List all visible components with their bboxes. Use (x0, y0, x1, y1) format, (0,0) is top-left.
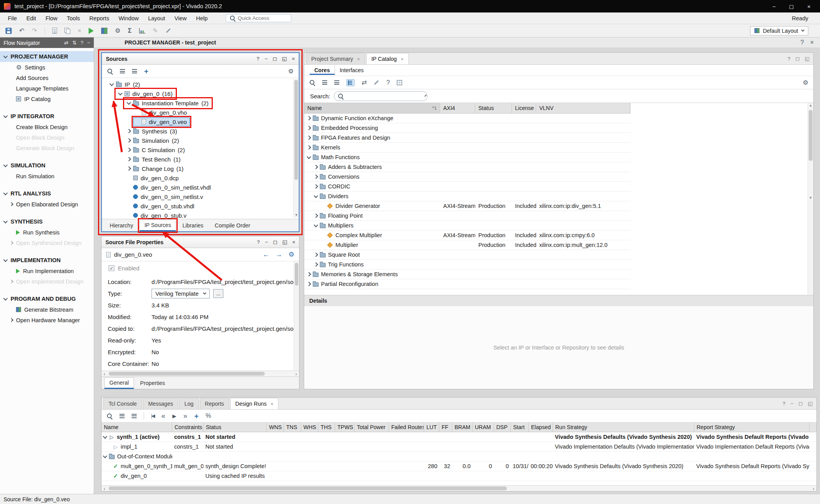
tree-row-div-gen-0-stub-vhdl[interactable]: div_gen_0_stub.vhdl (102, 201, 299, 211)
settings-gear-icon[interactable] (803, 80, 808, 86)
close-icon[interactable] (810, 39, 814, 46)
tab-hierarchy[interactable]: Hierarchy (105, 220, 138, 231)
chevron-right-icon[interactable] (127, 166, 131, 170)
column-header-axi4[interactable]: AXI4 (440, 103, 475, 113)
subtab-cores[interactable]: Cores (310, 66, 335, 75)
tree-row-synthesis[interactable]: Synthesis(3) (102, 126, 299, 136)
menu-item-file[interactable]: File (3, 14, 21, 23)
minimize-icon[interactable] (265, 56, 268, 61)
settings-gear-icon[interactable] (289, 251, 294, 258)
catalog-row-embedded-processing[interactable]: Embedded Processing (304, 123, 631, 133)
run-row-out-of-context-module-runs[interactable]: Out-of-Context Module Runs (102, 452, 816, 461)
layout-blocks-button[interactable] (101, 28, 107, 34)
minimize-icon[interactable] (87, 40, 90, 45)
chevron-down-icon[interactable] (118, 91, 122, 95)
redo-button[interactable] (32, 28, 37, 34)
expand-all-icon[interactable] (132, 69, 137, 73)
tab-design-runs[interactable]: Design Runs (230, 398, 279, 409)
column-header-report-strategy[interactable]: Report Strategy (694, 422, 809, 432)
fn-section-implementation[interactable]: IMPLEMENTATION (0, 255, 94, 266)
column-header-license[interactable]: License (512, 103, 536, 113)
column-header-status[interactable]: Status (203, 422, 267, 432)
close-icon[interactable] (292, 56, 295, 61)
close-button[interactable] (807, 4, 811, 9)
subtab-interfaces[interactable]: Interfaces (335, 66, 368, 75)
fn-item-open-elaborated-design[interactable]: Open Elaborated Design (0, 199, 94, 209)
tab-tcl-console[interactable]: Tcl Console (103, 398, 142, 409)
chevron-down-icon[interactable] (103, 434, 107, 438)
chevron-right-icon[interactable] (127, 157, 131, 161)
hierarchy-view-icon[interactable] (346, 79, 355, 86)
close-icon[interactable] (357, 57, 360, 62)
fn-section-project-manager[interactable]: PROJECT MANAGER (0, 51, 94, 62)
menu-item-window[interactable]: Window (114, 14, 144, 23)
menu-item-layout[interactable]: Layout (143, 14, 170, 23)
help-icon[interactable] (783, 401, 785, 406)
info-icon[interactable] (386, 80, 390, 86)
column-header-start[interactable]: Start (511, 422, 529, 432)
catalog-row-math-functions[interactable]: Math Functions (304, 153, 631, 162)
settings-gear-icon[interactable] (288, 68, 294, 75)
menu-item-edit[interactable]: Edit (21, 14, 41, 23)
add-sources-icon[interactable] (144, 67, 148, 75)
sum-button[interactable] (128, 28, 132, 34)
tree-row-ip[interactable]: IP(2) (102, 80, 299, 89)
chevron-right-icon[interactable] (314, 165, 318, 169)
chevron-right-icon[interactable] (314, 184, 318, 188)
fn-item-run-implementation[interactable]: Run Implementation (0, 266, 94, 276)
maximize-button[interactable] (789, 4, 794, 9)
fn-item-run-simulation[interactable]: Run Simulation (0, 171, 94, 181)
catalog-row-kernels[interactable]: Kernels (304, 143, 631, 153)
scroll-left-icon[interactable] (102, 371, 107, 376)
chevron-right-icon[interactable] (307, 145, 311, 149)
column-header-ths[interactable]: THS (318, 422, 335, 432)
wrench-icon[interactable] (374, 80, 379, 85)
tab-ip-catalog[interactable]: IP Catalog (366, 53, 409, 64)
collapse-all-icon[interactable] (119, 414, 125, 418)
minimize-icon[interactable] (265, 240, 268, 245)
chevron-right-icon[interactable] (314, 213, 318, 218)
tree-row-div-gen-0-stub-v[interactable]: div_gen_0_stub.v (102, 211, 299, 219)
menu-item-reports[interactable]: Reports (85, 14, 114, 23)
help-icon[interactable] (257, 240, 260, 245)
run-row-impl-1[interactable]: impl_1constrs_1Not startedVivado Impleme… (102, 442, 816, 452)
chevron-right-icon[interactable] (307, 135, 311, 140)
repository-icon[interactable] (362, 80, 367, 86)
minimize-icon[interactable] (790, 401, 793, 406)
chevron-right-icon[interactable] (314, 174, 318, 179)
column-header-constraints[interactable]: Constraints (172, 422, 203, 432)
previous-run-icon[interactable] (161, 412, 165, 419)
chevron-down-icon[interactable] (127, 100, 131, 105)
float-icon[interactable] (273, 56, 277, 61)
expand-all-icon[interactable] (334, 80, 339, 85)
settings-gear-button[interactable] (115, 28, 120, 34)
catalog-row-square-root[interactable]: Square Root (304, 250, 631, 260)
catalog-row-partial-reconfiguration[interactable]: Partial Reconfiguration (304, 279, 631, 289)
close-icon[interactable] (271, 401, 274, 406)
minimize-button[interactable] (772, 4, 776, 9)
properties-hscrollbar[interactable] (102, 371, 299, 376)
run-row-synth-1-active[interactable]: synth_1 (active)constrs_1Not startedViva… (102, 432, 816, 442)
copy-button[interactable] (64, 28, 70, 34)
fn-section-simulation[interactable]: SIMULATION (0, 160, 94, 171)
type-dropdown[interactable]: Verilog Template (152, 289, 210, 298)
chevron-down-icon[interactable] (109, 82, 114, 86)
grid-view-icon[interactable] (397, 80, 402, 85)
column-header-name[interactable]: Name^1 (304, 103, 440, 113)
scroll-down-icon[interactable] (294, 213, 299, 218)
maximize-icon[interactable] (282, 240, 287, 245)
enabled-checkbox[interactable] (109, 265, 114, 271)
float-icon[interactable] (799, 401, 803, 406)
first-run-icon[interactable] (151, 413, 154, 418)
layout-selector[interactable]: Default Layout (750, 26, 808, 35)
tree-row-div-gen-0-dcp[interactable]: div_gen_0.dcp (102, 173, 299, 183)
tree-row-simulation[interactable]: Simulation(2) (102, 136, 299, 145)
fn-item-run-synthesis[interactable]: Run Synthesis (0, 227, 94, 238)
fn-item-ip-catalog[interactable]: IP Catalog (0, 94, 94, 104)
menu-item-help[interactable]: Help (191, 14, 212, 23)
run-row-div-gen-0[interactable]: div_gen_0Using cached IP results (102, 471, 816, 481)
menu-item-view[interactable]: View (170, 14, 191, 23)
scrollbar-thumb[interactable] (809, 110, 813, 161)
catalog-row-cordic[interactable]: CORDIC (304, 182, 631, 192)
run-button[interactable] (89, 28, 94, 34)
